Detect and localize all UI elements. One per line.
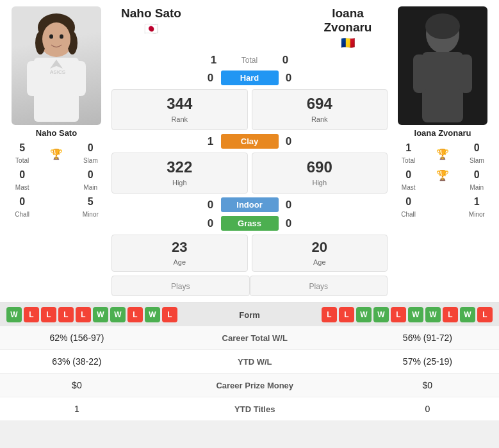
left-form-l3: L <box>58 307 74 322</box>
left-name-block: Naho Sato 🇯🇵 <box>113 6 190 50</box>
right-flag: 🇷🇴 <box>341 36 355 50</box>
right-spacer-cell <box>425 194 459 221</box>
left-slam-cell: 0 Slam <box>74 140 108 167</box>
form-label: Form <box>239 310 260 320</box>
svg-rect-10 <box>72 61 86 96</box>
right-age-value: 20 <box>259 239 381 256</box>
left-age-box: 23 Age <box>111 235 248 272</box>
left-slam-value: 0 <box>74 142 108 154</box>
total-score-right: 0 <box>278 54 293 67</box>
ytd-wl-left: 63% (38-22) <box>0 350 154 374</box>
right-slam-label: Slam <box>470 157 484 164</box>
ytd-titles-row: 1 YTD Titles 0 <box>0 397 499 421</box>
left-rank-label: Rank <box>171 115 188 123</box>
right-name-block: Ioana Zvonaru 🇷🇴 <box>309 6 386 50</box>
indoor-court-row: 0 Indoor 0 <box>111 197 388 212</box>
left-mast-label: Mast <box>15 184 29 191</box>
left-age-label: Age <box>173 258 186 266</box>
left-minor-label: Minor <box>83 211 99 218</box>
right-slam-cell: 0 Slam <box>460 140 494 167</box>
right-plays-label: Plays <box>309 282 328 291</box>
left-total-value: 5 <box>5 142 39 154</box>
grass-score-left: 0 <box>203 217 218 230</box>
svg-point-4 <box>42 22 70 56</box>
svg-point-6 <box>60 35 63 39</box>
left-plays-box: Plays <box>111 276 250 296</box>
right-form-l1: L <box>322 307 337 322</box>
right-trophy-icon2: 🏆 <box>436 170 449 181</box>
grass-score-right: 0 <box>281 217 297 230</box>
right-form-l2: L <box>339 307 354 322</box>
left-trophy-cell2 <box>39 167 73 194</box>
hard-score-left: 0 <box>203 72 218 85</box>
right-player-photo <box>398 6 487 125</box>
left-main-label: Main <box>83 184 97 191</box>
right-main-cell: 0 Main <box>460 167 494 194</box>
svg-text:ASICS: ASICS <box>50 69 65 75</box>
right-main-label: Main <box>470 184 484 191</box>
right-age-label: Age <box>313 258 326 266</box>
left-slam-label: Slam <box>83 157 98 164</box>
left-high-box: 322 High <box>111 153 248 194</box>
left-total-label: Total <box>15 157 29 164</box>
indoor-badge: Indoor <box>221 197 279 212</box>
right-form-w4: W <box>425 307 441 322</box>
right-form-w5: W <box>460 307 475 322</box>
left-form-w4: W <box>145 307 160 322</box>
hard-badge: Hard <box>221 71 279 85</box>
ytd-titles-label: YTD Titles <box>154 397 356 421</box>
total-score-left: 1 <box>206 54 222 67</box>
clay-badge: Clay <box>221 134 279 149</box>
right-form-l5: L <box>477 307 493 322</box>
right-trophy-cell2: 🏆 <box>425 167 459 194</box>
left-player-col: ASICS Naho Sato 5 Total 🏆 0 Slam 0 Ma <box>5 6 108 296</box>
left-chall-value: 0 <box>5 196 39 208</box>
right-trophy-icon: 🏆 <box>436 148 449 160</box>
left-player-name: Naho Sato <box>36 128 77 138</box>
right-form-w2: W <box>373 307 389 322</box>
grass-court-row: 0 Grass 0 <box>111 216 388 231</box>
right-chall-label: Chall <box>401 211 416 218</box>
left-total-cell: 5 Total <box>5 140 39 167</box>
left-flag: 🇯🇵 <box>144 22 158 36</box>
svg-rect-9 <box>27 61 41 96</box>
left-main-value: 0 <box>74 169 108 181</box>
left-age-value: 23 <box>119 239 241 256</box>
hard-score-right: 0 <box>281 72 297 85</box>
svg-rect-14 <box>413 54 426 93</box>
clay-court-row: 1 Clay 0 <box>111 134 388 149</box>
right-high-label: High <box>312 179 327 187</box>
ytd-wl-right: 57% (25-19) <box>356 350 499 374</box>
right-minor-cell: 1 Minor <box>460 194 494 221</box>
left-player-photo: ASICS <box>12 6 101 125</box>
right-age-box: 20 Age <box>252 235 388 272</box>
right-form-l4: L <box>443 307 458 322</box>
left-spacer-cell <box>39 194 73 221</box>
right-player-stats: 1 Total 🏆 0 Slam 0 Mast 🏆 0 <box>391 140 494 221</box>
prize-money-left: $0 <box>0 374 154 397</box>
left-player-stats: 5 Total 🏆 0 Slam 0 Mast 0 <box>5 140 108 221</box>
right-chall-value: 0 <box>391 196 425 208</box>
stats-table: 62% (156-97) Career Total W/L 56% (91-72… <box>0 326 499 421</box>
career-total-right: 56% (91-72) <box>356 326 499 350</box>
total-label: Total <box>224 56 275 65</box>
right-player-name: Ioana Zvonaru <box>414 128 471 138</box>
left-chall-cell: 0 Chall <box>5 194 39 221</box>
left-form-l4: L <box>76 307 91 322</box>
right-total-label: Total <box>402 157 415 164</box>
left-form-w1: W <box>6 307 22 322</box>
right-high-value: 690 <box>252 158 388 176</box>
left-main-cell: 0 Main <box>74 167 108 194</box>
right-plays-box: Plays <box>250 276 388 296</box>
left-form-l6: L <box>162 307 177 322</box>
left-name-heading: Naho Sato <box>121 6 181 21</box>
plays-row: Plays Plays <box>111 276 388 296</box>
right-form-l3: L <box>391 307 406 322</box>
left-form-w2: W <box>93 307 108 322</box>
indoor-score-left: 0 <box>203 199 218 212</box>
rank-boxes-row: 344 Rank 694 Rank <box>111 89 388 130</box>
right-total-cell: 1 Total <box>391 140 425 167</box>
prize-money-label: Career Prize Money <box>154 374 356 397</box>
left-player-svg: ASICS <box>18 10 95 125</box>
form-section: W L L L L W W L W L Form L L W W L W W L… <box>0 303 499 326</box>
